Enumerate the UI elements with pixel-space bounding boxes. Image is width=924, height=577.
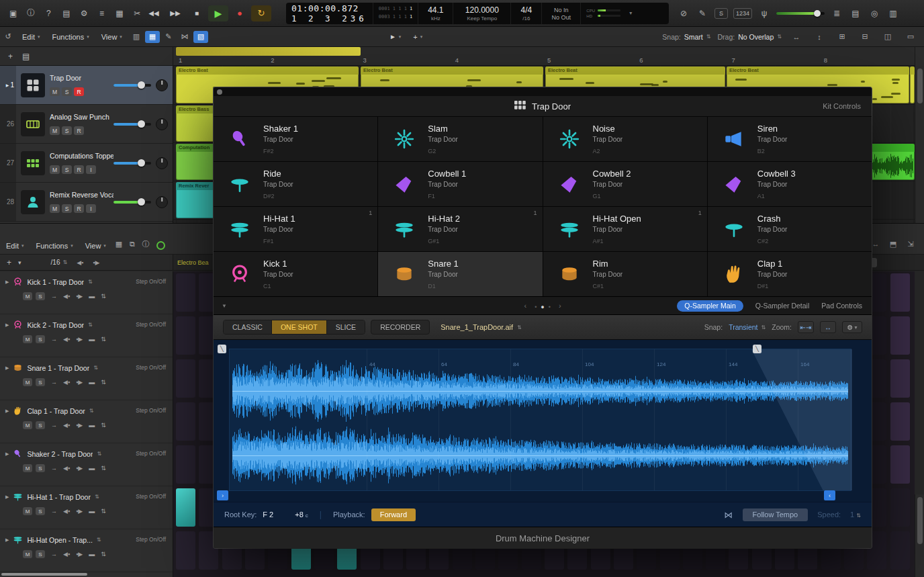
tie-icon[interactable]: ▬ (89, 422, 95, 429)
cycle-button[interactable]: ↻ (251, 5, 271, 21)
row-stepper-icon[interactable]: ⇅ (88, 279, 93, 285)
count-badge[interactable]: 1234 (733, 8, 752, 19)
grid-icon[interactable]: ▦ (112, 238, 126, 250)
nudge-right-icon[interactable]: → (51, 551, 57, 558)
waveform-display[interactable]: 446484104124144164 (229, 349, 851, 491)
step-row-header[interactable]: ▶Shaker 2 - Trap Door⇅Step On/OffMS→◀▪▪▶… (0, 443, 173, 486)
drum-pad[interactable]: Shaker 1Trap DoorF#2 (214, 117, 377, 161)
step-cell[interactable] (176, 316, 195, 355)
step-row-header[interactable]: ▶Hi-Hat 1 - Trap Door⇅Step On/OffMS→◀▪▪▶… (0, 486, 173, 529)
cycle-region[interactable] (176, 47, 361, 56)
row-solo-button[interactable]: S (36, 464, 45, 472)
mode-slice-button[interactable]: SLICE (327, 320, 365, 334)
velocity-icon[interactable]: ⇅ (101, 293, 106, 300)
volume-slider[interactable] (113, 84, 151, 87)
drum-pad[interactable]: NoiseTrap DoorA2 (543, 117, 707, 161)
row-solo-button[interactable]: S (36, 292, 45, 300)
record-button[interactable]: ● (230, 5, 250, 21)
row-stepper-icon[interactable]: ⇅ (95, 494, 99, 500)
list-editors-icon[interactable]: ≣ (830, 7, 843, 20)
track-r-button[interactable]: R (74, 165, 84, 174)
root-key-value[interactable]: F 2 (263, 511, 273, 519)
marquee-tool-icon[interactable]: ▧ (193, 31, 208, 43)
step-row-header[interactable]: ▶Clap 1 - Trap Door⇅Step On/OffMS→◀▪▪▶▬⇅ (0, 400, 173, 443)
track-header[interactable]: 27Computations TopperMSRI (0, 144, 173, 183)
step-cell[interactable] (176, 402, 195, 441)
step-cell[interactable] (176, 359, 195, 398)
master-volume-slider[interactable] (776, 10, 825, 17)
tie-icon[interactable]: ▬ (89, 508, 95, 515)
zoom-in-icon[interactable]: ⊞ (835, 31, 849, 43)
nudge-right-icon[interactable]: → (51, 422, 57, 429)
velocity-icon[interactable]: ⇅ (101, 465, 106, 472)
arrange-scrollbar[interactable] (915, 66, 924, 223)
track-r-button[interactable]: R (74, 87, 84, 96)
step-row-header[interactable]: ▶Kick 1 - Trap Door⇅Step On/OffMS→◀▪▪▶▬⇅ (0, 271, 173, 314)
tie-icon[interactable]: ▬ (89, 551, 95, 558)
row-solo-button[interactable]: S (36, 550, 45, 558)
step-back-icon[interactable]: ◀▪ (63, 293, 70, 300)
note-pads-icon[interactable]: ▤ (849, 7, 862, 20)
step-cell[interactable] (890, 402, 910, 441)
drum-pad[interactable]: Cowbell 3Trap DoorA1 (708, 162, 872, 206)
drum-pad[interactable]: Hi-Hat 1Trap DoorF#11 (214, 207, 377, 251)
row-solo-button[interactable]: S (36, 507, 45, 515)
nudge-right-icon[interactable]: → (51, 293, 57, 300)
tab-pad-controls[interactable]: Pad Controls (821, 302, 862, 310)
menu-functions[interactable]: Functions ▾ (52, 33, 89, 41)
row-solo-button[interactable]: S (36, 378, 45, 386)
step-row-header[interactable]: ▶Snare 1 - Trap Door⇅Step On/OffMS→◀▪▪▶▬… (0, 357, 173, 400)
drum-pad[interactable]: Clap 1Trap DoorD#1 (708, 252, 872, 296)
playback-direction-button[interactable]: Forward (371, 508, 416, 521)
velocity-icon[interactable]: ⇅ (101, 336, 106, 343)
row-stepper-icon[interactable]: ⇅ (88, 322, 93, 328)
media-browser-icon[interactable]: ▥ (886, 7, 900, 20)
step-forward-icon[interactable]: ▪▶ (76, 465, 83, 472)
back-arrow-icon[interactable]: ↺ (1, 31, 15, 43)
nudge-right-icon[interactable]: → (51, 465, 57, 472)
pan-knob[interactable] (156, 118, 168, 130)
nav-forward-icon[interactable]: ▪▶ (93, 259, 99, 266)
drum-pad[interactable]: Cowbell 2Trap DoorG1 (543, 162, 707, 206)
step-cell[interactable] (176, 488, 195, 527)
row-solo-button[interactable]: S (36, 421, 45, 429)
volume-slider[interactable] (113, 123, 151, 126)
pattern-record-icon[interactable] (156, 241, 165, 250)
step-back-icon[interactable]: ◀▪ (63, 508, 70, 515)
pan-knob[interactable] (156, 157, 168, 169)
step-forward-icon[interactable]: ▪▶ (76, 508, 83, 515)
follow-tempo-button[interactable]: Follow Tempo (743, 508, 808, 521)
disclosure-icon[interactable]: ▶ (5, 279, 9, 285)
step-back-icon[interactable]: ◀▪ (63, 336, 70, 343)
page-dot[interactable]: ● (541, 304, 544, 310)
speed-value[interactable]: 1 ⇅ (850, 511, 861, 519)
fade-out-handle[interactable]: ╲ (753, 345, 761, 353)
row-mute-button[interactable]: M (23, 421, 32, 429)
link-icon[interactable]: ⧉ (126, 238, 139, 250)
division-stepper[interactable]: /16⇅ (51, 259, 68, 266)
scroll-right-button[interactable]: ‹ (824, 490, 835, 500)
tie-icon[interactable]: ▬ (89, 465, 95, 472)
save-icon[interactable]: ▣ (7, 7, 19, 20)
patch-icon[interactable]: ✎ (696, 7, 709, 20)
tuner-icon[interactable]: ψ (757, 7, 771, 20)
pointer-tool-menu[interactable]: ►▾ (389, 33, 401, 40)
auto-zoom-icon[interactable]: ▭ (903, 31, 918, 43)
drum-pad[interactable]: Snare 1Trap DoorD1 (378, 252, 542, 296)
zoom-h-icon[interactable]: ↔ (789, 31, 804, 43)
tune-value[interactable]: +8 c (295, 511, 308, 519)
settings-icon[interactable]: ⚙ (78, 7, 91, 20)
snap-menu[interactable]: Snap:Smart⇅ (662, 33, 710, 41)
fade-in-handle[interactable]: ╲ (218, 345, 226, 353)
grid-view-selected-icon[interactable]: ▦ (145, 31, 160, 43)
zoom-v-icon[interactable]: ↕ (812, 31, 827, 43)
mode-classic-button[interactable]: CLASSIC (224, 320, 272, 334)
track-s-button[interactable]: S (62, 165, 72, 174)
lcd-display[interactable]: 01:00:00.872 1 2 3 236 0001 1 1 1 1 0003… (286, 3, 669, 24)
secondary-tool-menu[interactable]: +▾ (413, 33, 422, 41)
editor-menu-view[interactable]: View ▾ (85, 242, 106, 250)
step-cell[interactable] (890, 488, 910, 527)
track-header[interactable]: 26Analog Saw PunchMSR (0, 105, 173, 144)
add-row-button[interactable]: + (7, 258, 11, 267)
editor-panel-icon[interactable]: ⬒ (886, 238, 900, 250)
